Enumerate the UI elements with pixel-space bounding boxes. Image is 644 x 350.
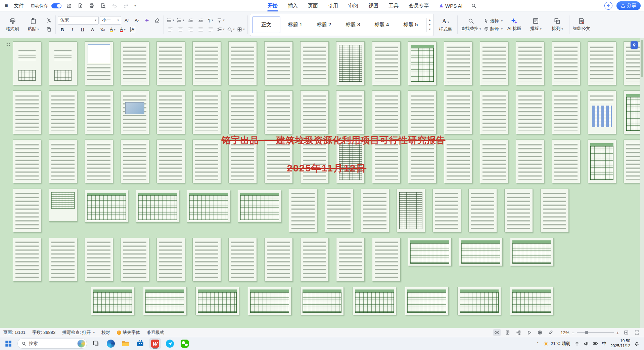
page-thumbnail[interactable] xyxy=(156,90,185,134)
zoom-slider[interactable] xyxy=(577,330,614,335)
style-chip[interactable]: 标题 5 xyxy=(397,16,425,33)
wechat-button[interactable] xyxy=(179,338,190,349)
page-thumbnail[interactable] xyxy=(444,90,472,134)
ribbon-tab[interactable]: 审阅 xyxy=(343,0,363,11)
page-thumbnail[interactable] xyxy=(13,90,41,134)
page-thumbnail[interactable] xyxy=(192,238,221,281)
ribbon-tab[interactable]: 视图 xyxy=(363,0,383,11)
wifi-icon[interactable] xyxy=(574,341,580,346)
word-count[interactable]: 字数: 36883 xyxy=(32,329,55,336)
style-gallery-more-icon[interactable]: ▼ xyxy=(427,27,433,32)
page-thumbnail[interactable] xyxy=(516,140,544,183)
page-thumbnail[interactable] xyxy=(468,189,497,232)
file-menu[interactable]: 文件 xyxy=(12,2,25,10)
more-commands-icon[interactable]: ▾ xyxy=(134,4,136,7)
page-thumbnail[interactable] xyxy=(91,287,134,315)
page-thumbnail[interactable] xyxy=(238,190,281,223)
volume-icon[interactable] xyxy=(584,341,589,346)
page-thumbnail[interactable] xyxy=(192,41,221,85)
page-thumbnail[interactable] xyxy=(552,90,580,134)
page-thumbnail[interactable] xyxy=(13,189,41,232)
page-thumbnail[interactable] xyxy=(325,189,353,232)
bullet-list-icon[interactable]: ▾ xyxy=(166,16,175,24)
ribbon-tab[interactable]: 插入 xyxy=(283,0,303,11)
wps-office-button[interactable]: W xyxy=(149,338,161,349)
page-thumbnail[interactable] xyxy=(300,41,329,85)
page-thumbnail[interactable] xyxy=(49,189,77,222)
outline-view-icon[interactable] xyxy=(515,329,522,336)
page-thumbnail[interactable] xyxy=(192,90,221,134)
find-replace-button[interactable]: 查找替换▾ xyxy=(460,14,482,35)
page-thumbnail[interactable] xyxy=(289,189,317,232)
page-thumbnail[interactable] xyxy=(444,140,472,183)
page-thumbnail[interactable] xyxy=(49,140,77,183)
character-border-icon[interactable]: A xyxy=(128,26,137,34)
page-thumbnail[interactable] xyxy=(588,140,616,183)
edge-browser-button[interactable] xyxy=(105,338,117,349)
page-thumbnail[interactable] xyxy=(136,190,179,223)
messenger-button[interactable] xyxy=(164,338,176,349)
page-thumbnail[interactable] xyxy=(228,238,257,281)
smart-doc-button[interactable]: 智能公文 xyxy=(571,14,592,35)
page-thumbnail[interactable] xyxy=(13,41,41,85)
fullscreen-icon[interactable] xyxy=(633,329,641,336)
fit-page-icon[interactable] xyxy=(623,329,630,336)
increase-font-icon[interactable]: A^ xyxy=(122,16,131,24)
page-thumbnail[interactable] xyxy=(516,90,544,134)
page-thumbnail[interactable] xyxy=(372,238,401,281)
page-thumbnail[interactable] xyxy=(49,41,77,85)
page-thumbnail[interactable] xyxy=(49,238,77,281)
ribbon-tab[interactable]: 页面 xyxy=(303,0,323,11)
edit-pen-icon[interactable] xyxy=(547,329,554,336)
ai-layout-button[interactable]: AI 排版 xyxy=(505,14,524,35)
clear-format-icon[interactable] xyxy=(152,16,162,24)
page-thumbnail[interactable] xyxy=(444,41,472,85)
paragraph-marks-icon[interactable]: ¶▾ xyxy=(206,16,215,24)
page-thumbnail[interactable] xyxy=(405,287,449,315)
clock-widget[interactable]: 19:50 2025/11/12 xyxy=(610,339,630,349)
zoom-in-icon[interactable]: + xyxy=(616,330,619,336)
layout-button[interactable]: 排版▾ xyxy=(526,14,546,35)
page-thumbnail[interactable] xyxy=(480,41,508,85)
page-thumbnail[interactable] xyxy=(336,140,365,183)
spellcheck-status[interactable]: 拼写检查: 打开▾ xyxy=(62,329,95,336)
navigation-pin-button[interactable] xyxy=(631,41,638,49)
page-thumbnail[interactable] xyxy=(459,238,503,266)
ime-indicator[interactable]: 中 xyxy=(602,341,606,347)
vertical-scrollbar[interactable] xyxy=(640,38,644,328)
missing-fonts-warning[interactable]: ! 缺失字体 xyxy=(117,329,140,336)
page-thumbnail[interactable] xyxy=(300,287,344,315)
page-thumbnail[interactable] xyxy=(156,140,185,183)
ribbon-tab[interactable]: 开始 xyxy=(263,0,283,11)
page-thumbnail[interactable] xyxy=(195,287,239,315)
search-daily-image[interactable] xyxy=(77,340,85,348)
page-thumbnail[interactable] xyxy=(228,41,257,85)
zoom-out-icon[interactable]: − xyxy=(571,330,574,336)
tray-expand-icon[interactable]: ⌃ xyxy=(536,342,539,346)
tab-wps-ai[interactable]: WPS AI xyxy=(434,0,468,11)
text-direction-icon[interactable]: ▾ xyxy=(216,16,225,24)
line-spacing-icon[interactable]: ▾ xyxy=(216,26,225,33)
style-chip[interactable]: 标题 3 xyxy=(339,16,367,33)
battery-icon[interactable] xyxy=(593,341,598,346)
page-thumbnail[interactable] xyxy=(85,90,113,134)
page-thumbnail[interactable] xyxy=(85,41,113,85)
style-chip[interactable]: 标题 4 xyxy=(368,16,396,33)
shading-icon[interactable]: ▾ xyxy=(226,26,235,33)
save-icon[interactable] xyxy=(65,2,73,9)
taskbar-search[interactable]: 搜索 xyxy=(17,339,87,349)
proofread-button[interactable]: 校对 xyxy=(101,329,110,336)
page-thumbnail[interactable] xyxy=(510,238,554,266)
zoom-level[interactable]: 12% xyxy=(558,330,569,335)
page-thumbnail[interactable] xyxy=(457,287,501,315)
page-thumbnail[interactable] xyxy=(408,41,436,85)
page-thumbnail[interactable] xyxy=(85,140,113,183)
page-thumbnail[interactable] xyxy=(540,189,569,232)
arrange-button[interactable]: 排列▾ xyxy=(548,14,567,35)
decrease-indent-icon[interactable] xyxy=(186,16,195,24)
cloud-sync-icon[interactable] xyxy=(604,2,612,10)
page-thumbnail[interactable] xyxy=(264,140,293,183)
page-thumbnail[interactable] xyxy=(156,238,185,281)
style-chip[interactable]: 标题 2 xyxy=(310,16,338,33)
select-button[interactable]: 选择▾ xyxy=(484,18,503,24)
